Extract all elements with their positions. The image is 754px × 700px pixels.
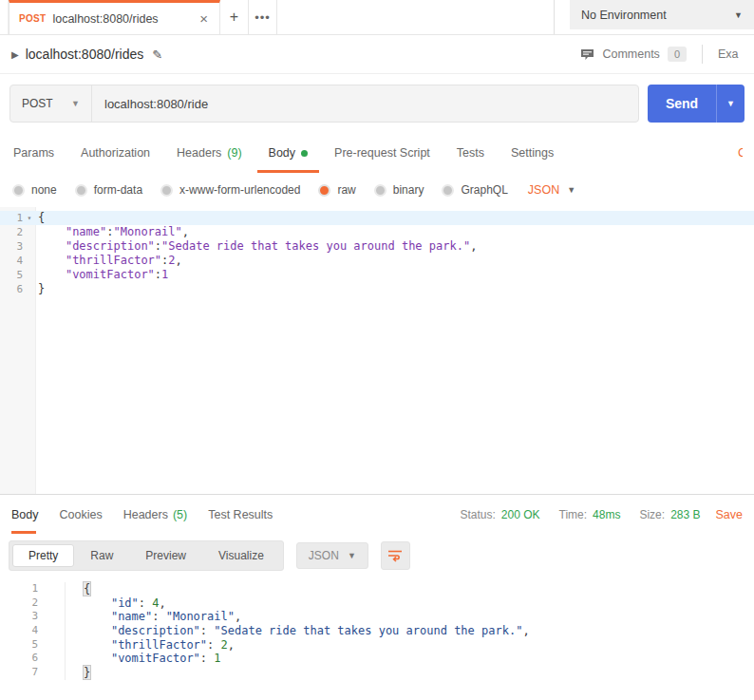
- radio-label: binary: [393, 183, 424, 197]
- response-tab-cookies[interactable]: Cookies: [49, 495, 113, 534]
- comments-count-badge: 0: [668, 47, 687, 62]
- status-value: 200 OK: [501, 508, 540, 521]
- line-number: 2: [0, 596, 38, 611]
- code-text: "thrillFactor": 2,: [65, 638, 235, 653]
- expand-caret-icon[interactable]: ▶: [11, 49, 19, 60]
- tab-pre-request-script[interactable]: Pre-request Script: [321, 133, 443, 173]
- request-title-row: ▶ localhost:8080/rides ✎ Comments 0 Exa: [0, 35, 754, 74]
- code-text: {: [36, 211, 45, 225]
- response-tab-body[interactable]: Body: [11, 495, 49, 534]
- new-tab-button[interactable]: +: [220, 0, 249, 34]
- language-value: JSON: [528, 183, 559, 197]
- body-type-raw[interactable]: raw: [318, 183, 355, 197]
- line-number: 7: [0, 666, 38, 680]
- format-value: JSON: [309, 549, 339, 562]
- tab-bar: POST localhost:8080/rides × + ••• No Env…: [0, 0, 754, 35]
- tab-label: Tests: [457, 146, 484, 160]
- send-button-group: Send ▼: [648, 85, 745, 123]
- tab-body[interactable]: Body: [255, 133, 322, 173]
- body-type-urlencoded[interactable]: x-www-form-urlencoded: [160, 183, 300, 197]
- body-type-form-data[interactable]: form-data: [75, 183, 142, 197]
- request-tab[interactable]: POST localhost:8080/rides ×: [9, 0, 220, 34]
- save-response-button[interactable]: Save: [716, 508, 744, 521]
- code-line: 1{: [0, 582, 754, 596]
- method-value: POST: [22, 97, 53, 110]
- code-text: "thrillFactor":2,: [36, 254, 182, 268]
- status-label: Status:: [460, 508, 495, 521]
- tab-bar-left-pad: [0, 0, 9, 34]
- tab-label: Headers: [123, 508, 168, 521]
- code-line[interactable]: 1▾{: [0, 211, 754, 225]
- response-view-switcher: Pretty Raw Preview Visualize: [9, 540, 284, 571]
- chevron-down-icon: ▼: [734, 10, 743, 20]
- code-line[interactable]: 4 "thrillFactor":2,: [0, 254, 754, 268]
- comment-icon: [580, 48, 594, 61]
- tab-options-button[interactable]: •••: [249, 0, 277, 34]
- view-raw[interactable]: Raw: [74, 544, 129, 567]
- tab-label: Headers: [177, 146, 221, 160]
- headers-count: (9): [227, 146, 241, 160]
- tab-close-icon[interactable]: ×: [198, 10, 210, 27]
- body-type-none[interactable]: none: [12, 183, 57, 197]
- body-type-binary[interactable]: binary: [374, 183, 424, 197]
- line-number: 4: [0, 624, 38, 638]
- examples-button[interactable]: Exa: [718, 47, 743, 61]
- view-pretty[interactable]: Pretty: [12, 544, 74, 567]
- code-text: "vomitFactor": 1: [65, 652, 221, 666]
- line-number: 3: [0, 239, 23, 254]
- tab-label: Pre-request Script: [334, 146, 430, 160]
- edit-pencil-icon[interactable]: ✎: [152, 47, 162, 62]
- chevron-down-icon: ▼: [567, 185, 575, 195]
- method-dropdown[interactable]: POST ▼: [10, 85, 92, 122]
- response-format-dropdown[interactable]: JSON ▼: [296, 542, 368, 569]
- response-tab-headers[interactable]: Headers(5): [113, 495, 198, 534]
- tab-label: Cookies: [60, 508, 103, 521]
- code-line[interactable]: 2 "name":"Monorail",: [0, 225, 754, 239]
- response-headers-count: (5): [173, 508, 187, 521]
- view-visualize[interactable]: Visualize: [202, 544, 280, 567]
- chevron-down-icon: ▼: [348, 551, 356, 560]
- line-number: 2: [0, 225, 23, 239]
- send-button[interactable]: Send: [648, 85, 716, 123]
- line-number: 5: [0, 638, 38, 653]
- radio-label: x-www-form-urlencoded: [179, 183, 300, 197]
- tab-headers[interactable]: Headers(9): [163, 133, 255, 173]
- wrap-lines-icon: [387, 549, 403, 562]
- send-options-button[interactable]: ▼: [716, 85, 745, 123]
- environment-area: No Environment ▼: [554, 0, 754, 34]
- request-tabs: Params Authorization Headers(9) Body Pre…: [0, 133, 754, 173]
- tab-params[interactable]: Params: [11, 133, 67, 173]
- code-line[interactable]: 5 "vomitFactor":1: [0, 268, 754, 282]
- request-body-editor[interactable]: 1▾{2 "name":"Monorail",3 "description":"…: [0, 207, 754, 494]
- fold-caret-icon[interactable]: ▾: [23, 211, 36, 225]
- tab-label: Body: [11, 508, 39, 521]
- response-meta: Status: 200 OK Time: 48ms Size: 283 B Sa…: [460, 495, 743, 534]
- code-line[interactable]: 3 "description":"Sedate ride that takes …: [0, 239, 754, 254]
- tab-tests[interactable]: Tests: [443, 133, 498, 173]
- body-filled-dot: [301, 150, 308, 157]
- tab-authorization[interactable]: Authorization: [67, 133, 163, 173]
- method-url-group: POST ▼ localhost:8080/ride: [9, 85, 639, 123]
- wrap-lines-button[interactable]: [381, 541, 410, 570]
- cookies-link-clipped[interactable]: Cookies: [738, 146, 743, 160]
- environment-selector[interactable]: No Environment ▼: [570, 0, 754, 29]
- tab-settings[interactable]: Settings: [498, 133, 567, 173]
- body-type-graphql[interactable]: GraphQL: [442, 183, 507, 197]
- line-number: 6: [0, 282, 23, 296]
- request-code-lines: 1▾{2 "name":"Monorail",3 "description":"…: [0, 207, 754, 296]
- response-tab-test-results[interactable]: Test Results: [198, 495, 283, 534]
- code-line[interactable]: 6}: [0, 282, 754, 296]
- line-number: 1: [0, 211, 23, 225]
- view-preview[interactable]: Preview: [129, 544, 202, 567]
- comments-button[interactable]: Comments: [602, 47, 659, 61]
- url-input[interactable]: localhost:8080/ride: [92, 85, 638, 122]
- body-language-dropdown[interactable]: JSON ▼: [528, 183, 575, 197]
- title-row-actions: Comments 0 Exa: [580, 45, 743, 64]
- code-text: }: [65, 666, 90, 680]
- tab-label: Authorization: [81, 146, 150, 160]
- time-value: 48ms: [593, 508, 620, 521]
- line-number: 3: [0, 610, 38, 624]
- code-text: "description":"Sedate ride that takes yo…: [36, 239, 477, 254]
- tab-method-label: POST: [19, 13, 46, 24]
- url-bar: POST ▼ localhost:8080/ride Send ▼: [0, 74, 754, 133]
